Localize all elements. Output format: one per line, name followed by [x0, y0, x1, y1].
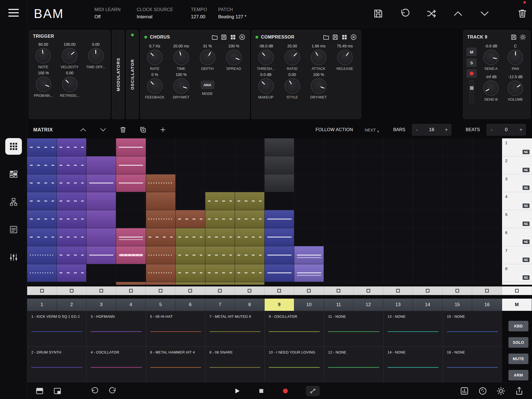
clip-cell[interactable] — [146, 174, 176, 192]
clock-source-field[interactable]: CLOCK SOURCE Internal — [137, 7, 173, 20]
scene-follow-badge[interactable]: NE — [523, 222, 530, 226]
clip-cell[interactable] — [324, 246, 354, 264]
clip-cell[interactable] — [57, 246, 86, 264]
knob-dial[interactable] — [226, 50, 242, 65]
knob-send-a[interactable]: -0.8 dBSEND A — [479, 44, 503, 72]
scene-launch-14[interactable]: 14 — [413, 299, 443, 311]
compressor-remove-button[interactable] — [350, 34, 357, 40]
view-split-button[interactable] — [53, 387, 62, 395]
clip-stop-button[interactable] — [235, 286, 265, 295]
track-cell[interactable]: 5 - 08 HI-HAT — [146, 311, 205, 347]
clip-cell[interactable] — [205, 228, 235, 246]
clip-cell[interactable] — [27, 282, 57, 285]
clip-cell[interactable] — [472, 228, 502, 246]
clip-cell[interactable] — [383, 282, 413, 285]
mute-button[interactable]: MUTE — [508, 354, 528, 364]
track-cell[interactable]: 15 - NONE — [443, 311, 502, 347]
clip-cell[interactable] — [294, 156, 324, 174]
scene-launch-12[interactable]: 12 — [354, 299, 383, 311]
knob-makeup[interactable]: 0.0 dBMAKEUP — [253, 72, 279, 99]
play-button[interactable] — [234, 387, 241, 395]
knob-probabi-[interactable]: 100 %PROBABI... — [30, 71, 57, 98]
knob-dial[interactable] — [200, 50, 215, 65]
scene-launch-15[interactable]: 15 — [443, 299, 472, 311]
clip-cell[interactable] — [324, 156, 354, 174]
clip-cell[interactable] — [324, 192, 354, 210]
track-cell[interactable]: 9 - OSCILLATOR — [265, 311, 324, 347]
clip-cell[interactable] — [324, 210, 354, 228]
knob-pan[interactable]: CPAN — [503, 44, 528, 72]
knob-spread[interactable]: 100 %SPREAD — [221, 44, 247, 71]
clip-cell[interactable] — [205, 264, 235, 282]
clip-cell[interactable] — [86, 282, 116, 285]
clip-cell[interactable] — [146, 156, 176, 174]
clip-stop-button[interactable] — [146, 286, 175, 295]
clip-cell[interactable] — [472, 192, 502, 210]
track-cell[interactable]: 3 - HOFMANN — [86, 311, 146, 347]
clip-cell[interactable] — [324, 138, 354, 156]
sidebar-item-browser[interactable] — [5, 221, 22, 238]
clip-cell[interactable] — [354, 210, 383, 228]
tempo-value[interactable]: 127.00 — [191, 14, 207, 20]
clip-cell[interactable] — [443, 210, 472, 228]
scene-follow-badge[interactable]: NE — [523, 240, 530, 244]
knob-rate[interactable]: 0.7 HzRATE — [142, 44, 168, 71]
clip-cell[interactable] — [443, 246, 472, 264]
knob-ratio[interactable]: 20.00RATIO — [279, 44, 305, 71]
clip-cell[interactable] — [86, 228, 116, 246]
midi-learn-value[interactable]: Off — [94, 14, 121, 20]
share-button[interactable] — [515, 387, 524, 395]
clip-cell[interactable] — [324, 264, 354, 282]
solo-button[interactable]: SOLO — [508, 337, 528, 348]
clip-cell[interactable] — [294, 138, 324, 156]
clip-cell[interactable] — [383, 246, 413, 264]
clip-cell[interactable] — [354, 138, 383, 156]
clip-cell[interactable] — [27, 210, 57, 228]
clip-cell[interactable] — [294, 210, 324, 228]
previous-patch-button[interactable] — [453, 8, 463, 19]
knob-dial[interactable] — [508, 50, 523, 65]
clip-cell[interactable] — [443, 228, 472, 246]
knob-dial[interactable] — [285, 78, 300, 94]
clip-cell[interactable] — [294, 282, 324, 285]
clip-cell[interactable] — [27, 192, 57, 210]
sidebar-item-mixer[interactable] — [5, 249, 22, 266]
clock-source-value[interactable]: Internal — [137, 14, 173, 20]
knob-note[interactable]: 60.00NOTE — [30, 42, 57, 69]
clip-cell[interactable] — [265, 192, 294, 210]
clip-cell[interactable] — [383, 156, 413, 174]
clip-cell[interactable] — [27, 246, 57, 264]
clip-cell[interactable] — [205, 210, 235, 228]
tempo-field[interactable]: TEMPO 127.00 — [191, 7, 207, 20]
undo-button[interactable] — [90, 387, 99, 395]
clip-cell[interactable] — [116, 246, 146, 264]
clip-cell[interactable] — [413, 246, 443, 264]
clip-cell[interactable] — [176, 210, 205, 228]
clip-cell[interactable] — [146, 282, 176, 285]
clip-cell[interactable] — [27, 264, 57, 282]
clip-cell[interactable] — [235, 282, 265, 285]
compressor-grid-button[interactable] — [341, 34, 348, 40]
chorus-remove-button[interactable] — [239, 34, 245, 40]
clip-stop-button[interactable] — [265, 286, 294, 295]
clip-cell[interactable] — [354, 156, 383, 174]
oscillator-tab[interactable]: OSCILLATOR — [126, 30, 139, 119]
clip-cell[interactable] — [235, 156, 265, 174]
scene-launch-1[interactable]: 1 — [27, 299, 57, 311]
clip-cell[interactable] — [205, 246, 235, 264]
record-button[interactable] — [282, 387, 289, 395]
clip-cell[interactable] — [27, 138, 57, 156]
clip-cell[interactable] — [176, 192, 205, 210]
revert-patch-button[interactable] — [400, 8, 410, 19]
clip-cell[interactable] — [265, 156, 294, 174]
track-mute-button[interactable]: M — [467, 48, 477, 56]
scene-launch-4[interactable]: 4 — [116, 299, 146, 311]
scene-item[interactable]: 7NE — [502, 246, 532, 264]
clip-cell[interactable] — [472, 246, 502, 264]
clip-cell[interactable] — [294, 174, 324, 192]
clip-cell[interactable] — [176, 138, 205, 156]
clip-cell[interactable] — [383, 174, 413, 192]
clip-cell[interactable] — [324, 174, 354, 192]
automation-button[interactable] — [306, 386, 319, 396]
scene-follow-badge[interactable]: NE — [523, 204, 530, 208]
